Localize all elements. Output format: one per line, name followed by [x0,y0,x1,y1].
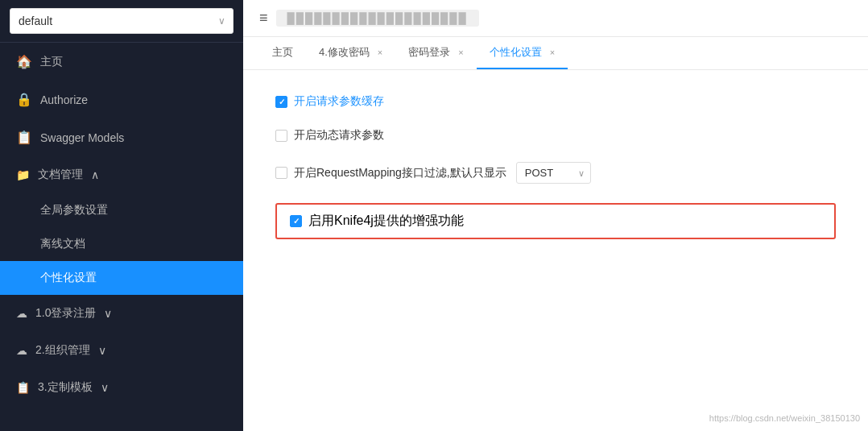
sidebar-item-label: 主页 [40,55,227,69]
org-icon: ☁ [16,344,27,357]
close-tab-personalization[interactable]: × [550,48,555,57]
request-mapping-checkbox-wrapper[interactable]: 开启RequestMapping接口过滤,默认只显示 [275,166,506,180]
request-method-select-wrapper[interactable]: POST GET PUT DELETE ALL [516,162,591,184]
chevron-down-icon: ∨ [98,344,106,357]
tab-change-password[interactable]: 4.修改密码 × [306,37,395,69]
settings-section: ✓ 开启请求参数缓存 开启动态请求参数 开启RequestMappin [275,94,836,239]
chevron-up-icon: ∧ [91,168,99,181]
knife4j-enhance-checkbox[interactable]: ✓ [290,215,302,227]
checkmark-icon: ✓ [293,217,300,226]
tab-personalization[interactable]: 个性化设置 × [477,37,568,69]
breadcrumb: ████████████████████ [276,10,479,27]
close-tab-password-login[interactable]: × [458,48,463,57]
sidebar-group-label: 2.组织管理 [35,343,90,358]
cache-params-checkbox-wrapper[interactable]: ✓ 开启请求参数缓存 [275,94,384,109]
sidebar: default 🏠 主页 🔒 Authorize 📋 Swagger Model… [0,0,243,431]
sidebar-group-doc-management[interactable]: 📁 文档管理 ∧ [0,156,243,193]
sidebar-group-label: 1.0登录注册 [35,306,96,321]
request-mapping-checkbox[interactable] [275,167,287,179]
tab-home-label: 主页 [272,45,293,60]
sidebar-group-login-register[interactable]: ☁ 1.0登录注册 ∨ [0,295,243,332]
cache-params-checkbox[interactable]: ✓ [275,96,287,108]
sidebar-group-custom-templates[interactable]: 📋 3.定制模板 ∨ [0,369,243,406]
project-select-wrapper[interactable]: default [10,8,234,34]
chevron-down-icon: ∨ [104,307,112,320]
template-icon: 📋 [16,381,30,394]
cache-params-label: 开启请求参数缓存 [294,94,384,109]
request-method-select[interactable]: POST GET PUT DELETE ALL [516,162,591,184]
tab-home[interactable]: 主页 [259,37,306,69]
knife4j-enhance-label: 启用Knife4j提供的增强功能 [308,213,464,230]
tab-bar: 主页 4.修改密码 × 密码登录 × 个性化设置 × [243,37,868,70]
swagger-icon: 📋 [16,130,32,145]
authorize-icon: 🔒 [16,92,32,107]
watermark: https://blog.csdn.net/weixin_38150130 [709,413,860,423]
project-select[interactable]: default [10,8,234,34]
doc-icon: 📁 [16,168,30,181]
sidebar-item-global-params[interactable]: 全局参数设置 [0,193,243,227]
sidebar-item-home[interactable]: 🏠 主页 [0,43,243,81]
close-tab-change-password[interactable]: × [378,48,382,57]
sidebar-item-label: Swagger Models [40,131,227,144]
tab-change-password-label: 4.修改密码 [319,45,370,60]
settings-content: ✓ 开启请求参数缓存 开启动态请求参数 开启RequestMappin [243,70,868,431]
setting-request-mapping: 开启RequestMapping接口过滤,默认只显示 POST GET PUT … [275,162,836,184]
sidebar-group-org-management[interactable]: ☁ 2.组织管理 ∨ [0,332,243,369]
login-icon: ☁ [16,307,27,320]
sidebar-group-label: 3.定制模板 [38,380,93,395]
setting-knife4j-enhance-highlight: ✓ 启用Knife4j提供的增强功能 [275,203,836,239]
sidebar-group-label: 文档管理 [38,168,83,182]
checkmark-icon: ✓ [279,97,285,106]
tab-password-login[interactable]: 密码登录 × [395,37,476,69]
setting-cache-params: ✓ 开启请求参数缓存 [275,94,836,109]
sidebar-sub-label: 离线文档 [40,237,85,251]
sidebar-sub-label: 全局参数设置 [40,203,108,218]
main-header: ≡ ████████████████████ [243,0,868,37]
chevron-down-icon: ∨ [101,381,109,394]
sidebar-top: default [0,0,243,43]
sidebar-item-authorize[interactable]: 🔒 Authorize [0,81,243,118]
sidebar-item-offline-docs[interactable]: 离线文档 [0,227,243,261]
home-icon: 🏠 [16,54,32,69]
tab-personalization-label: 个性化设置 [490,45,542,60]
tab-password-login-label: 密码登录 [408,45,450,60]
sidebar-item-label: Authorize [40,93,227,106]
request-mapping-label: 开启RequestMapping接口过滤,默认只显示 [294,166,506,180]
knife4j-enhance-checkbox-wrapper[interactable]: ✓ 启用Knife4j提供的增强功能 [290,213,464,230]
sidebar-item-swagger-models[interactable]: 📋 Swagger Models [0,118,243,156]
dynamic-params-checkbox[interactable] [275,130,287,142]
sidebar-sub-label: 个性化设置 [40,271,97,285]
main-content: ≡ ████████████████████ 主页 4.修改密码 × 密码登录 … [243,0,868,431]
setting-dynamic-params: 开启动态请求参数 [275,128,836,143]
dynamic-params-checkbox-wrapper[interactable]: 开启动态请求参数 [275,128,384,143]
dynamic-params-label: 开启动态请求参数 [294,128,384,143]
sidebar-menu: 🏠 主页 🔒 Authorize 📋 Swagger Models 📁 文档管理… [0,43,243,431]
menu-toggle-icon[interactable]: ≡ [259,10,268,27]
sidebar-item-personalization[interactable]: 个性化设置 [0,261,243,295]
